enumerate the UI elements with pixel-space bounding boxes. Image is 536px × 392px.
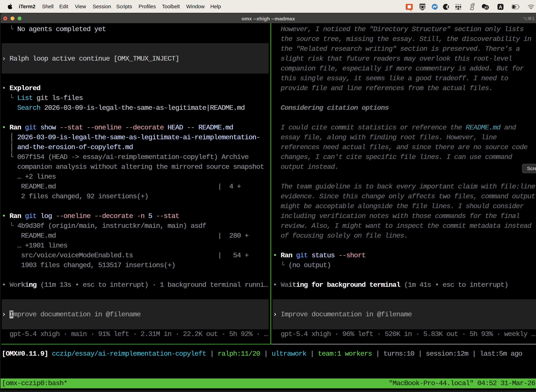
svg-text:A: A — [499, 5, 502, 10]
svg-text:..61: ..61 — [483, 6, 488, 9]
